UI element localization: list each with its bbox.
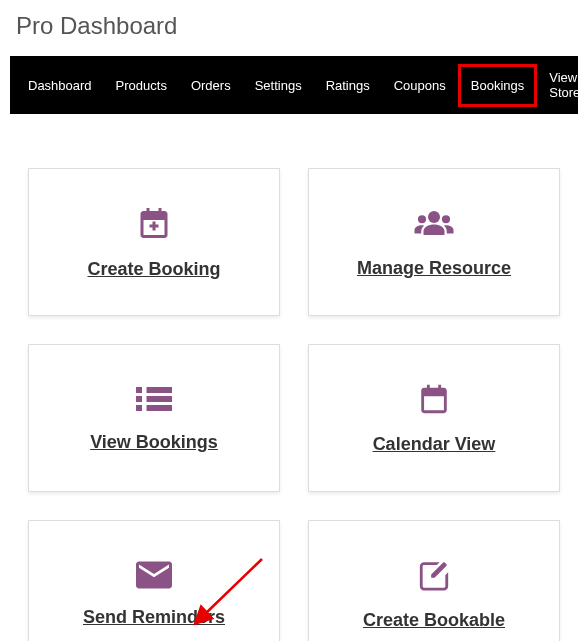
card-view-bookings[interactable]: View Bookings (28, 344, 280, 492)
svg-rect-5 (136, 405, 142, 411)
nav-item-view-store[interactable]: View Store (537, 56, 588, 114)
card-label: View Bookings (90, 432, 218, 453)
nav-item-orders[interactable]: Orders (179, 64, 243, 107)
nav-item-products[interactable]: Products (104, 64, 179, 107)
nav-item-coupons[interactable]: Coupons (382, 64, 458, 107)
card-create-booking[interactable]: Create Booking (28, 168, 280, 316)
card-calendar-view[interactable]: Calendar View (308, 344, 560, 492)
nav-item-ratings[interactable]: Ratings (314, 64, 382, 107)
svg-point-2 (442, 215, 450, 223)
svg-point-0 (428, 211, 440, 223)
card-label: Send Reminders (83, 607, 225, 628)
list-icon (136, 384, 172, 414)
nav-item-dashboard[interactable]: Dashboard (16, 64, 104, 107)
svg-rect-6 (147, 387, 173, 393)
card-create-bookable[interactable]: Create Bookable (308, 520, 560, 641)
svg-rect-4 (136, 396, 142, 402)
envelope-icon (136, 561, 172, 589)
svg-rect-7 (147, 396, 173, 402)
page-title: Pro Dashboard (0, 0, 588, 56)
edit-square-icon (417, 558, 451, 592)
svg-rect-3 (136, 387, 142, 393)
nav-item-settings[interactable]: Settings (243, 64, 314, 107)
calendar-icon (417, 382, 451, 416)
svg-point-1 (418, 215, 426, 223)
card-label: Create Bookable (363, 610, 505, 631)
card-manage-resource[interactable]: Manage Resource (308, 168, 560, 316)
nav-item-bookings[interactable]: Bookings (458, 64, 537, 107)
card-label: Create Booking (87, 259, 220, 280)
users-icon (413, 206, 455, 240)
cards-grid: Create Booking Manage Resource (0, 114, 588, 641)
calendar-plus-icon (136, 205, 172, 241)
navbar: Dashboard Products Orders Settings Ratin… (10, 56, 578, 114)
svg-rect-8 (147, 405, 173, 411)
card-send-reminders[interactable]: Send Reminders (28, 520, 280, 641)
card-label: Manage Resource (357, 258, 511, 279)
card-label: Calendar View (373, 434, 496, 455)
